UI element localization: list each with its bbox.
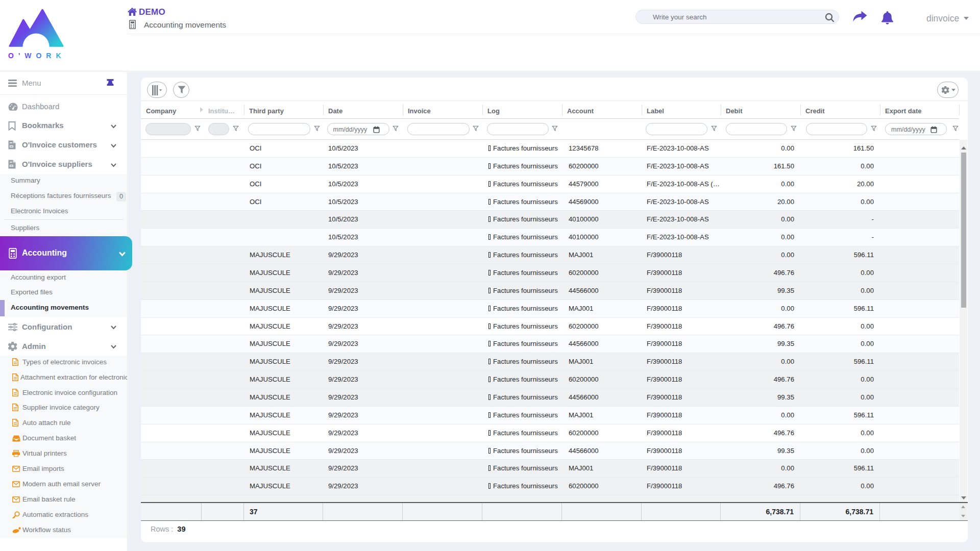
svg-text:O'WORK: O'WORK — [8, 52, 65, 60]
